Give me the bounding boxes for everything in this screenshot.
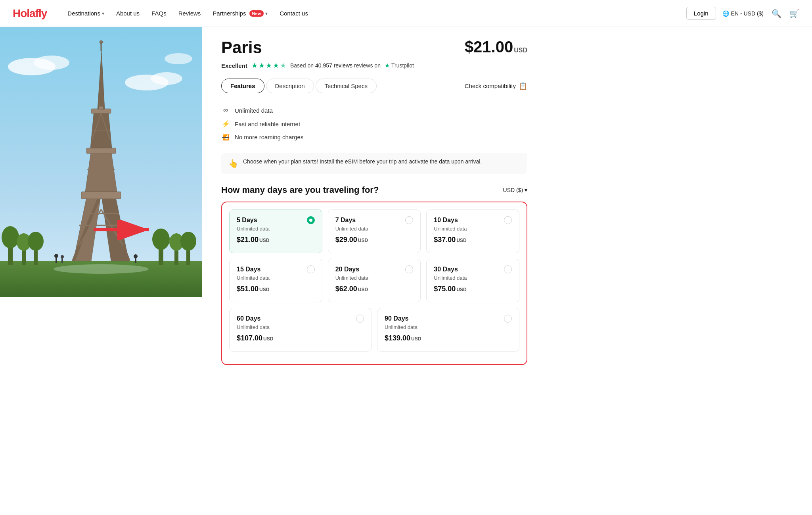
trustpilot-badge: ★ Trustpilot (385, 62, 414, 69)
plan-days-label: 15 Days (237, 266, 261, 273)
plan-price: $139.00USD (385, 334, 512, 342)
chevron-down-icon: ▾ (525, 187, 527, 193)
svg-point-40 (100, 40, 103, 44)
lightning-icon: ⚡ (221, 120, 230, 128)
plan-data-label: Unlimited data (237, 324, 364, 330)
star-1: ★ (251, 61, 258, 70)
svg-rect-38 (99, 106, 103, 110)
infinity-icon: ∞ (221, 106, 230, 114)
nav-partnerships[interactable]: Partnerships New ▾ (208, 7, 272, 20)
cart-icon[interactable]: 🛒 (789, 9, 799, 18)
esim-note: 👆 Choose when your plan starts! Install … (221, 153, 527, 174)
check-compat-label: Check compatibility (465, 83, 516, 89)
svg-point-2 (34, 56, 69, 70)
star-3: ★ (266, 61, 272, 70)
svg-rect-44 (61, 258, 63, 263)
tab-description[interactable]: Description (266, 79, 314, 93)
tab-features[interactable]: Features (221, 79, 264, 93)
plan-10days[interactable]: 10 Days Unlimited data $37.00USD (426, 209, 519, 253)
price-currency: USD (514, 47, 527, 54)
radio-60days (356, 315, 364, 323)
plan-60days[interactable]: 60 Days Unlimited data $107.00USD (229, 308, 372, 352)
tabs-row: Features Description Technical Specs Che… (221, 79, 527, 93)
check-compat-icon: 📋 (519, 82, 527, 90)
radio-90days (504, 315, 512, 323)
plan-30days[interactable]: 30 Days Unlimited data $75.00USD (426, 259, 519, 302)
search-icon[interactable]: 🔍 (772, 9, 781, 18)
plan-data-label: Unlimited data (335, 226, 414, 232)
plan-price: $51.00USD (237, 285, 315, 293)
review-link[interactable]: 40,957 reviews (315, 62, 352, 69)
plan-days-label: 7 Days (335, 217, 356, 224)
nav-faqs[interactable]: FAQs (147, 7, 171, 20)
plan-15days[interactable]: 15 Days Unlimited data $51.00USD (229, 259, 322, 302)
svg-marker-32 (90, 110, 112, 148)
star-half: ★ (280, 61, 286, 70)
product-price: $21.00USD (465, 38, 527, 56)
plan-days-label: 5 Days (237, 217, 257, 224)
features-list: ∞ Unlimited data ⚡ Fast and reliable int… (221, 104, 527, 143)
plan-days-label: 10 Days (434, 217, 458, 224)
plan-7days[interactable]: 7 Days Unlimited data $29.00USD (328, 209, 421, 253)
plans-container: 5 Days Unlimited data $21.00USD 7 Days U… (221, 202, 527, 365)
plan-5days[interactable]: 5 Days Unlimited data $21.00USD (229, 209, 322, 253)
radio-30days (504, 265, 512, 273)
plan-price: $37.00USD (434, 236, 512, 244)
plan-data-label: Unlimited data (434, 226, 512, 232)
product-image (0, 27, 202, 297)
svg-point-18 (180, 232, 196, 251)
tab-technical-specs[interactable]: Technical Specs (316, 79, 377, 93)
nav-destinations[interactable]: Destinations ▾ (63, 7, 109, 20)
feature-text: Fast and reliable internet (235, 121, 300, 127)
plan-90days[interactable]: 90 Days Unlimited data $139.00USD (377, 308, 519, 352)
nav-reviews[interactable]: Reviews (174, 7, 206, 20)
nav-about[interactable]: About us (111, 7, 144, 20)
plan-data-label: Unlimited data (335, 275, 414, 281)
radio-7days (405, 216, 413, 224)
plan-row-2: 15 Days Unlimited data $51.00USD 20 Days… (229, 259, 519, 302)
new-badge: New (249, 10, 264, 17)
product-title: Paris (221, 38, 262, 57)
globe-icon: 🌐 (722, 10, 729, 17)
svg-point-43 (54, 254, 58, 258)
language-selector[interactable]: 🌐 EN - USD ($) (722, 10, 764, 17)
star-4: ★ (273, 61, 279, 70)
feature-text: Unlimited data (235, 107, 273, 114)
chevron-down-icon: ▾ (102, 11, 104, 16)
feature-fast-internet: ⚡ Fast and reliable internet (221, 117, 527, 131)
logo[interactable]: Holafly (13, 7, 47, 20)
no-roaming-icon: 📶 (221, 134, 230, 140)
currency-selector[interactable]: USD ($) ▾ (503, 187, 527, 193)
stars: ★ ★ ★ ★ ★ (251, 61, 286, 70)
svg-point-45 (61, 255, 64, 258)
plan-20days[interactable]: 20 Days Unlimited data $62.00USD (328, 259, 421, 302)
plan-data-label: Unlimited data (434, 275, 512, 281)
check-compatibility-button[interactable]: Check compatibility 📋 (465, 82, 527, 90)
svg-point-5 (165, 53, 192, 64)
radio-20days (405, 265, 413, 273)
plan-row-3: 60 Days Unlimited data $107.00USD 90 Day… (229, 308, 519, 357)
svg-point-47 (134, 254, 138, 258)
rating-label: Excellent (221, 62, 247, 69)
plan-data-label: Unlimited data (237, 226, 315, 232)
review-count: Based on 40,957 reviews reviews on (290, 62, 381, 69)
hand-icon: 👆 (228, 159, 238, 168)
nav-right: Login 🌐 EN - USD ($) 🔍 🛒 (686, 7, 799, 20)
plan-days-label: 20 Days (335, 266, 360, 273)
svg-rect-46 (135, 258, 136, 263)
radio-15days (307, 265, 315, 273)
trustpilot-icon: ★ (385, 62, 390, 69)
nav-contact[interactable]: Contact us (275, 7, 313, 20)
feature-unlimited-data: ∞ Unlimited data (221, 104, 527, 117)
feature-no-roaming: 📶 No more roaming charges (221, 131, 527, 143)
plan-data-label: Unlimited data (237, 275, 315, 281)
chevron-down-icon: ▾ (265, 11, 268, 16)
plan-price: $75.00USD (434, 285, 512, 293)
svg-point-41 (54, 264, 149, 274)
login-button[interactable]: Login (686, 7, 716, 20)
svg-rect-21 (81, 192, 121, 199)
rating-row: Excellent ★ ★ ★ ★ ★ Based on 40,957 revi… (221, 61, 527, 70)
svg-point-8 (2, 226, 19, 248)
navbar: Holafly Destinations ▾ About us FAQs Rev… (0, 0, 812, 27)
plan-days-label: 60 Days (237, 315, 261, 322)
